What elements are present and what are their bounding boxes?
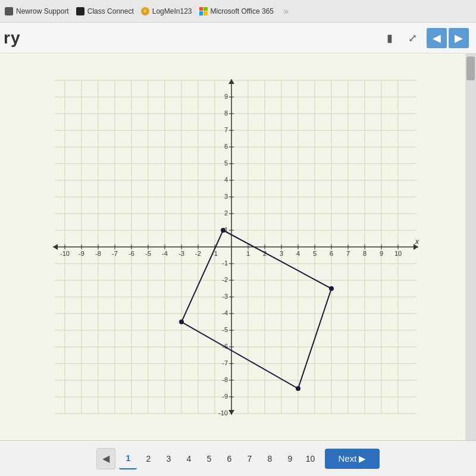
svg-text:-7: -7 <box>112 250 118 257</box>
svg-text:3: 3 <box>280 250 283 257</box>
page-9[interactable]: 9 <box>281 448 299 469</box>
main-content: -1 -2 -3 -4 -5 -6 -7 -8 -9 -10 1 2 3 4 5… <box>0 54 476 440</box>
svg-text:5: 5 <box>313 250 317 257</box>
bookmark-icon[interactable]: ▮ <box>381 30 398 46</box>
tab-newrow-label: Newrow Support <box>16 7 69 15</box>
svg-text:-9: -9 <box>222 393 228 400</box>
svg-text:9: 9 <box>224 93 228 100</box>
svg-text:-10: -10 <box>218 409 228 416</box>
toolbar-sep: » <box>283 6 289 17</box>
svg-marker-44 <box>53 244 58 250</box>
svg-text:10: 10 <box>394 250 402 257</box>
svg-text:8: 8 <box>363 250 367 257</box>
tab-classconnect-label: Class Connect <box>87 7 134 15</box>
logmein-icon: + <box>141 7 149 15</box>
point-d <box>296 386 300 391</box>
svg-text:-5: -5 <box>222 326 228 333</box>
point-a <box>221 228 226 233</box>
page-8[interactable]: 8 <box>261 448 278 469</box>
page-1[interactable]: 1 <box>119 448 137 469</box>
coordinate-graph: -1 -2 -3 -4 -5 -6 -7 -8 -9 -10 1 2 3 4 5… <box>48 74 423 419</box>
svg-text:-2: -2 <box>222 276 228 283</box>
page-title: ry <box>4 29 20 48</box>
svg-text:1: 1 <box>246 250 250 257</box>
svg-text:6: 6 <box>224 143 228 150</box>
page-5[interactable]: 5 <box>200 448 218 469</box>
page-10[interactable]: 10 <box>301 448 319 469</box>
svg-text:x: x <box>415 237 419 246</box>
pagination-bar: ◀ 1 2 3 4 5 6 7 8 9 10 Next ▶ <box>0 440 476 476</box>
svg-text:-8: -8 <box>222 376 228 383</box>
forward-button[interactable]: ▶ <box>449 28 469 48</box>
browser-toolbar: Newrow Support Class Connect + LogMeIn12… <box>0 0 476 23</box>
page-4[interactable]: 4 <box>180 448 198 469</box>
nav-btn-group: ◀ ▶ <box>427 28 469 48</box>
svg-text:-9: -9 <box>79 250 84 257</box>
point-b <box>179 320 184 324</box>
svg-text:2: 2 <box>224 209 228 217</box>
tab-logmein-label: LogMeIn123 <box>152 7 192 15</box>
svg-text:7: 7 <box>224 126 228 133</box>
next-button[interactable]: Next ▶ <box>325 449 379 469</box>
svg-text:-1: -1 <box>222 259 228 267</box>
topbar-icons: ▮ ⤢ ◀ ▶ <box>381 28 469 48</box>
svg-marker-43 <box>228 79 234 84</box>
page-numbers: 1 2 3 4 5 6 7 8 9 10 <box>119 448 319 469</box>
svg-text:-7: -7 <box>222 359 228 367</box>
svg-text:-10: -10 <box>60 250 70 257</box>
svg-text:9: 9 <box>380 250 383 257</box>
tab-logmein[interactable]: + LogMeIn123 <box>141 7 192 15</box>
svg-text:4: 4 <box>296 250 300 257</box>
svg-text:4: 4 <box>224 176 228 183</box>
svg-text:8: 8 <box>224 109 228 117</box>
svg-text:-3: -3 <box>178 250 184 257</box>
graph-area: -1 -2 -3 -4 -5 -6 -7 -8 -9 -10 1 2 3 4 5… <box>0 54 465 440</box>
ms-icon <box>199 7 208 15</box>
page-6[interactable]: 6 <box>220 448 238 469</box>
classconnect-icon <box>76 7 84 15</box>
svg-text:-8: -8 <box>95 250 101 257</box>
svg-text:-2: -2 <box>195 250 201 257</box>
tab-ms365-label: Microsoft Office 365 <box>211 7 274 15</box>
tab-ms365[interactable]: Microsoft Office 365 <box>199 7 274 15</box>
point-c <box>329 286 334 291</box>
app-topbar: ry ▮ ⤢ ◀ ▶ <box>0 23 476 54</box>
page-3[interactable]: 3 <box>159 448 177 469</box>
tab-newrow[interactable]: Newrow Support <box>5 7 69 15</box>
svg-text:-3: -3 <box>222 293 228 300</box>
svg-text:-4: -4 <box>222 309 228 317</box>
newrow-icon <box>5 7 13 15</box>
page-7[interactable]: 7 <box>240 448 258 469</box>
tab-classconnect[interactable]: Class Connect <box>76 7 134 15</box>
expand-icon[interactable]: ⤢ <box>404 30 421 46</box>
svg-text:-6: -6 <box>129 250 134 257</box>
svg-marker-45 <box>228 410 234 415</box>
svg-text:6: 6 <box>330 250 333 257</box>
scrollbar-thumb[interactable] <box>466 57 475 80</box>
svg-marker-124 <box>181 230 331 389</box>
page-2[interactable]: 2 <box>139 448 157 469</box>
svg-text:-4: -4 <box>162 250 168 257</box>
svg-text:-5: -5 <box>145 250 151 257</box>
back-button[interactable]: ◀ <box>427 28 447 48</box>
scrollbar[interactable] <box>465 54 476 440</box>
svg-text:3: 3 <box>224 193 228 200</box>
svg-text:5: 5 <box>224 159 228 167</box>
svg-text:7: 7 <box>346 250 350 257</box>
prev-page-button[interactable]: ◀ <box>96 448 115 469</box>
